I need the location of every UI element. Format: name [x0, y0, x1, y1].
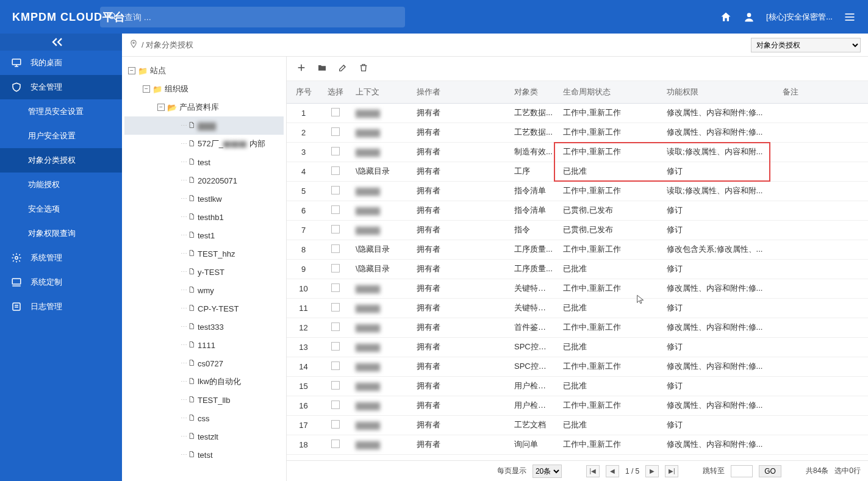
row-checkbox[interactable]	[331, 420, 340, 429]
tree-leaf[interactable]: ⋯TEST_hhz	[124, 244, 284, 263]
user-icon[interactable]	[743, 11, 755, 23]
table-row[interactable]: 9\隐藏目录拥有者工序质量...已批准修订	[287, 259, 868, 279]
row-checkbox[interactable]	[331, 108, 340, 116]
table-row[interactable]: 13▇▇▇▇拥有者SPC控制项已批准修订	[287, 337, 868, 357]
menu-icon[interactable]	[844, 11, 856, 23]
table-row[interactable]: 16▇▇▇▇拥有者用户检验项工作中,重新工作修改属性、内容和附件;修...	[287, 396, 868, 415]
sidebar-subitem[interactable]: 安全选项	[0, 197, 122, 221]
row-checkbox[interactable]	[331, 264, 340, 273]
row-checkbox[interactable]	[331, 166, 340, 175]
row-checkbox[interactable]	[331, 205, 340, 214]
tree-leaf[interactable]: ⋯tetst	[124, 446, 284, 464]
home-icon[interactable]	[720, 11, 732, 23]
row-checkbox[interactable]	[331, 283, 340, 292]
sidebar-collapse[interactable]	[0, 34, 122, 51]
table-row[interactable]: 6▇▇▇▇拥有者指令清单已贯彻,已发布修订	[287, 201, 868, 220]
tree-leaf[interactable]: ⋯test1	[124, 226, 284, 244]
sidebar-subitem[interactable]: 管理员安全设置	[0, 99, 122, 124]
tree-leaf[interactable]: ⋯cs0727	[124, 354, 284, 372]
tree-leaf[interactable]: ⋯css	[124, 409, 284, 427]
sidebar-subitem[interactable]: 对象分类授权	[0, 148, 122, 173]
sidebar-item-system[interactable]: 系统管理	[0, 246, 122, 270]
folder-button[interactable]	[317, 63, 327, 75]
sidebar-item-log[interactable]: 日志管理	[0, 294, 122, 319]
row-checkbox[interactable]	[331, 127, 340, 136]
row-checkbox[interactable]	[331, 244, 340, 253]
table-row[interactable]: 15▇▇▇▇拥有者用户检验项已批准修订	[287, 376, 868, 396]
table-row[interactable]: 2▇▇▇▇拥有者工艺数据...工作中,重新工作修改属性、内容和附件;修...	[287, 123, 868, 142]
table-row[interactable]: 1▇▇▇▇拥有者工艺数据...工作中,重新工作修改属性、内容和附件;修...	[287, 103, 868, 123]
tree-leaf[interactable]: ⋯testhb1	[124, 208, 284, 226]
sidebar-subitem[interactable]: 对象权限查询	[0, 221, 122, 246]
current-user-label[interactable]: [核心]安全保密管...	[766, 12, 833, 23]
column-header[interactable]: 备注	[778, 81, 868, 103]
table-row[interactable]: 8\隐藏目录拥有者工序质量...工作中,重新工作修改包含关系;修改属性、...	[287, 240, 868, 259]
column-header[interactable]: 序号	[287, 81, 320, 103]
delete-button[interactable]	[359, 63, 368, 75]
row-checkbox[interactable]	[331, 322, 340, 331]
tree-leaf[interactable]: ⋯test	[124, 153, 284, 171]
search-input[interactable]	[100, 7, 405, 27]
row-checkbox[interactable]	[331, 225, 340, 233]
column-header[interactable]: 对象类	[509, 81, 558, 103]
table-row[interactable]: 4\隐藏目录拥有者工序已批准修订	[287, 162, 868, 181]
first-page-button[interactable]: |◀	[586, 465, 600, 477]
table-row[interactable]: 11▇▇▇▇拥有者关键特性项已批准修订	[287, 298, 868, 318]
tree-leaf[interactable]: ⋯1111	[124, 336, 284, 354]
tree-collapse-icon[interactable]: −	[128, 67, 135, 74]
table-row[interactable]: 3▇▇▇▇拥有者制造有效...工作中,重新工作读取;修改属性、内容和附...	[287, 142, 868, 162]
tree-node[interactable]: − 📁 组织级	[124, 80, 284, 98]
tree-leaf[interactable]: ⋯testlkw	[124, 190, 284, 208]
tree-leaf[interactable]: ⋯TEST_llb	[124, 391, 284, 409]
tree-node[interactable]: − 📂 产品资料库	[124, 98, 284, 116]
tree-leaf[interactable]: ⋯test333	[124, 318, 284, 336]
per-page-select[interactable]: 20条	[533, 465, 562, 478]
tree-collapse-icon[interactable]: −	[143, 85, 150, 93]
row-checkbox[interactable]	[331, 147, 340, 155]
prev-page-button[interactable]: ◀	[606, 465, 619, 477]
row-checkbox[interactable]	[331, 401, 340, 409]
tree-leaf[interactable]: ⋯wmy	[124, 281, 284, 299]
sidebar-subitem[interactable]: 功能授权	[0, 173, 122, 197]
row-checkbox[interactable]	[331, 303, 340, 312]
column-header[interactable]: 功能权限	[662, 81, 778, 103]
table-row[interactable]: 17▇▇▇▇拥有者工艺文档已批准修订	[287, 415, 868, 435]
row-checkbox[interactable]	[331, 342, 340, 351]
table-row[interactable]: 10▇▇▇▇拥有者关键特性项工作中,重新工作修改属性、内容和附件;修...	[287, 279, 868, 298]
table-scroll[interactable]: 序号选择上下文操作者对象类生命周期状态功能权限备注 1▇▇▇▇拥有者工艺数据..…	[287, 81, 868, 460]
add-button[interactable]	[296, 63, 306, 75]
column-header[interactable]: 选择	[320, 81, 351, 103]
sidebar-item-desktop[interactable]: 我的桌面	[0, 51, 122, 75]
tree-node-root[interactable]: − 📁 站点	[124, 62, 284, 80]
sidebar-item-custom[interactable]: 系统定制	[0, 270, 122, 294]
table-row[interactable]: 12▇▇▇▇拥有者首件鉴定项工作中,重新工作修改属性、内容和附件;修...	[287, 318, 868, 337]
column-header[interactable]: 生命周期状态	[558, 81, 662, 103]
tree-collapse-icon[interactable]: −	[157, 104, 165, 111]
row-checkbox[interactable]	[331, 381, 340, 390]
sidebar-item-security[interactable]: 安全管理	[0, 75, 122, 99]
tree-leaf[interactable]: ⋯572厂_▇▇▇ 内部	[124, 135, 284, 153]
next-page-button[interactable]: ▶	[645, 465, 659, 477]
column-header[interactable]: 操作者	[412, 81, 509, 103]
last-page-button[interactable]: ▶|	[665, 465, 678, 477]
sidebar-subitem[interactable]: 用户安全设置	[0, 124, 122, 148]
tree-leaf[interactable]: ⋯testzlt	[124, 427, 284, 446]
row-checkbox[interactable]	[331, 440, 340, 448]
table-row[interactable]: 5▇▇▇▇拥有者指令清单工作中,重新工作读取;修改属性、内容和附...	[287, 181, 868, 201]
table-row[interactable]: 7▇▇▇▇拥有者指令已贯彻,已发布修订	[287, 220, 868, 240]
edit-button[interactable]	[338, 63, 348, 75]
table-row[interactable]: 14▇▇▇▇拥有者SPC控制项工作中,重新工作修改属性、内容和附件;修...	[287, 357, 868, 376]
row-checkbox[interactable]	[331, 186, 340, 194]
go-button[interactable]: GO	[759, 465, 781, 477]
tree-leaf[interactable]: ⋯lkw的自动化	[124, 372, 284, 391]
tree-panel[interactable]: − 📁 站点 − 📁 组织级 − 📂 产品资料库 ⋯▇▇▇⋯572厂_▇	[122, 57, 287, 481]
tree-leaf[interactable]: ⋯202205071	[124, 171, 284, 190]
crumb-dropdown[interactable]: 对象分类授权	[751, 38, 861, 52]
tree-leaf[interactable]: ⋯CP-Y-TEST	[124, 299, 284, 318]
column-header[interactable]: 上下文	[351, 81, 412, 103]
goto-input[interactable]	[731, 465, 753, 477]
tree-leaf[interactable]: ⋯▇▇▇	[124, 116, 284, 135]
table-row[interactable]: 18▇▇▇▇拥有者询问单工作中,重新工作修改属性、内容和附件;修...	[287, 435, 868, 454]
row-checkbox[interactable]	[331, 362, 340, 370]
tree-leaf[interactable]: ⋯y-TEST	[124, 263, 284, 281]
